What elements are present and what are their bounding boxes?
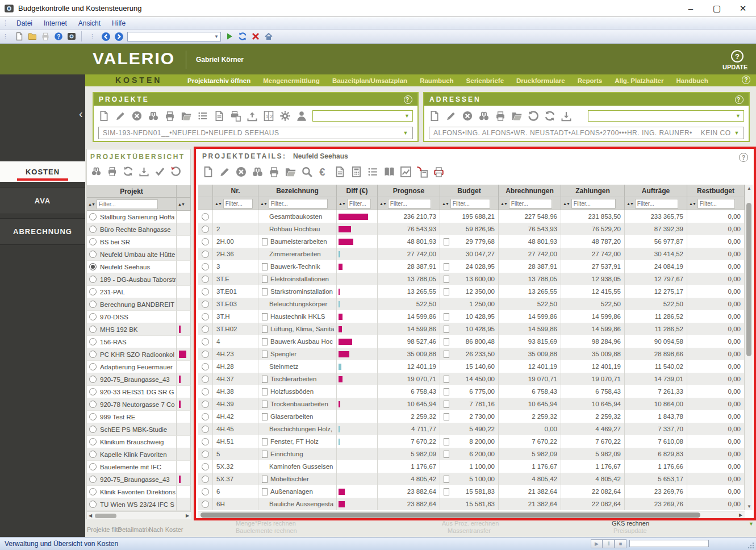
sidebar-item-ava[interactable]: AVA [0, 187, 85, 214]
row-radio[interactable] [202, 501, 209, 508]
project-radio[interactable] [89, 476, 97, 483]
new-document-icon[interactable] [14, 32, 24, 41]
document-icon[interactable] [262, 388, 268, 395]
row-radio[interactable] [202, 451, 209, 458]
detail-row[interactable]: 3T.HHaustechnik HKLS14 599,8610 428,9514… [198, 310, 745, 323]
project-row[interactable]: BS bei SR [87, 236, 191, 248]
project-radio[interactable] [89, 251, 97, 258]
project-row[interactable]: 920-33 REIS31 DG SR G [87, 386, 191, 398]
projekte-filter-button[interactable]: Projekte filte [87, 526, 122, 533]
details-vscrollbar[interactable]: ▲ ▼ [745, 185, 753, 510]
user-icon[interactable] [296, 110, 307, 122]
scroll-thumb[interactable] [95, 514, 116, 518]
document-icon[interactable] [444, 288, 449, 295]
filter-input[interactable] [450, 199, 490, 209]
edit-icon[interactable] [445, 110, 457, 122]
nav-item-2[interactable]: Mengenermittlung [263, 77, 320, 84]
project-row[interactable]: Bauelemente mit IFC [87, 461, 191, 473]
address-combobox[interactable]: ▼ [127, 32, 221, 41]
scroll-thumb[interactable] [746, 203, 751, 356]
project-radio[interactable] [89, 363, 97, 370]
projekt-filter-input[interactable] [97, 199, 158, 209]
project-radio[interactable] [89, 413, 97, 420]
sort-arrows[interactable]: ▲▼ [339, 202, 345, 206]
print-icon[interactable] [164, 110, 176, 122]
project-row[interactable]: Stallburg Sanierung Hoffa [87, 211, 191, 223]
column-header-4[interactable]: Prognose [378, 185, 440, 197]
detail-row[interactable]: 6HBauliche Aussengesta23 882,6415 581,83… [198, 498, 745, 510]
nav-item-3[interactable]: Bauzeitplan/Umsatzplan [332, 77, 407, 84]
marker-column-header[interactable] [177, 185, 191, 198]
history-icon[interactable] [528, 110, 539, 122]
document-icon[interactable] [262, 238, 268, 245]
sort-arrows[interactable]: ▲▼ [178, 202, 185, 206]
document-icon[interactable] [444, 451, 449, 458]
delete-icon[interactable] [235, 166, 247, 178]
document-icon[interactable] [262, 488, 268, 495]
column-header-8[interactable]: Aufträge [625, 185, 687, 197]
sync-icon[interactable] [237, 32, 247, 41]
document-icon[interactable] [444, 263, 449, 270]
scroll-left-icon[interactable]: ◀ [87, 513, 94, 518]
project-row[interactable]: Neufeld Seehaus [87, 261, 191, 273]
project-row[interactable]: TU Wien WS 23/24 IFC S [87, 498, 191, 511]
project-radio[interactable] [89, 226, 97, 233]
play-button[interactable]: ▶ [591, 539, 603, 548]
sort-arrows[interactable]: ▲▼ [563, 202, 570, 206]
project-row[interactable]: 970-DISS [87, 311, 191, 323]
edit-icon[interactable] [115, 110, 126, 122]
project-radio[interactable] [89, 501, 97, 508]
project-row[interactable]: PC KHR SZO Radioonkol [87, 348, 191, 361]
detail-row[interactable]: 4H.39Trockenbauarbeiten10 645,947 781,16… [198, 398, 745, 410]
column-header-3[interactable]: Diff (€) [337, 185, 378, 197]
calculator-icon[interactable] [350, 166, 362, 178]
detail-row[interactable]: 2H.36Zimmererarbeiten27 742,0030 047,272… [198, 248, 745, 260]
document-icon[interactable] [262, 313, 268, 320]
row-radio[interactable] [202, 413, 209, 420]
nav-item-6[interactable]: Druckformulare [516, 77, 565, 84]
menu-item-hilfe[interactable]: Hilfe [106, 19, 131, 27]
minimize-button[interactable]: – [678, 0, 704, 16]
project-row[interactable]: Adaptierung Feuermauer [87, 361, 191, 373]
projekte-search-combobox[interactable]: ▼ [312, 110, 413, 122]
menge-preis-rechnen-button[interactable]: Menge*Preis rechnen [236, 520, 296, 527]
projekte-help-icon[interactable]: ? [404, 95, 412, 104]
search-icon[interactable] [252, 166, 264, 178]
sort-arrows[interactable]: ▲▼ [442, 202, 449, 206]
document-icon[interactable] [444, 338, 449, 345]
document-icon[interactable] [262, 326, 268, 333]
resize-grip[interactable] [747, 542, 754, 549]
projekt-select-combobox[interactable]: SIM-193-NFDN01__•NEUFELD•NEUFELD SEEHAUS… [98, 127, 413, 139]
detail-row[interactable]: 3T.E03Beleuchtungskörper522,501 250,0052… [198, 298, 745, 310]
list-icon[interactable] [367, 166, 379, 178]
maximize-button[interactable]: ▢ [704, 0, 730, 16]
row-radio[interactable] [202, 338, 209, 345]
filter-input[interactable] [571, 199, 616, 209]
detailmatrix-button[interactable]: Detailmatrix [118, 526, 151, 533]
adresse-select-combobox[interactable]: ALFONS•ING. ALFONS•WR. NEUSTADT•ALFONS•2… [429, 127, 744, 139]
check-icon[interactable] [154, 166, 165, 177]
collapse-chevron-icon[interactable]: ‹ [79, 108, 83, 119]
refresh-icon[interactable] [123, 166, 133, 177]
aus-proz-errechnen-button[interactable]: Aus Proz. errechnen [442, 520, 499, 527]
book-icon[interactable] [383, 166, 395, 178]
project-radio[interactable] [89, 326, 97, 333]
detail-row[interactable]: 4H.42Glaserarbeiten2 259,322 730,002 259… [198, 410, 745, 423]
details-help-icon[interactable]: ? [739, 153, 748, 162]
detail-row[interactable]: 4H.23Spengler35 009,8826 233,5035 009,88… [198, 348, 745, 360]
document-icon[interactable] [214, 110, 225, 122]
scroll-right-icon[interactable]: ▶ [184, 513, 191, 518]
pause-button[interactable]: ‖ [603, 539, 615, 548]
document-icon[interactable] [262, 376, 268, 383]
document-icon[interactable] [444, 238, 449, 245]
column-header-1[interactable]: Nr. [213, 185, 258, 197]
nav-item-9[interactable]: Handbuch [676, 77, 708, 84]
sort-arrows[interactable]: ▲▼ [626, 202, 633, 206]
close-button[interactable]: ✕ [730, 0, 756, 16]
euro-icon[interactable]: € [318, 166, 329, 178]
download-icon[interactable] [139, 166, 149, 177]
edit-icon[interactable] [219, 166, 231, 178]
scroll-thumb[interactable] [201, 512, 700, 518]
adressen-help-icon[interactable]: ? [735, 95, 744, 104]
detail-row[interactable]: 3T.E01Starkstrominstallation13 265,5512 … [198, 285, 745, 298]
